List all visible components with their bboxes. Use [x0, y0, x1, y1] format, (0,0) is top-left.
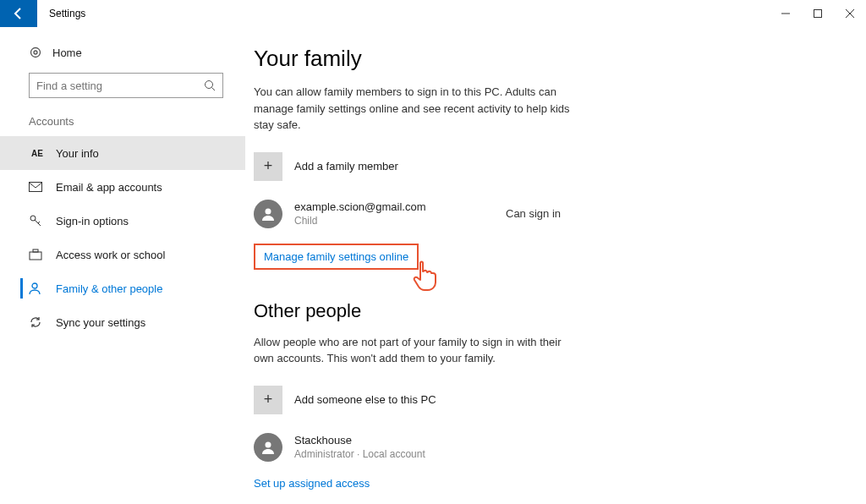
family-description: You can allow family members to sign in … — [254, 84, 575, 134]
nav-family-other-people[interactable]: Family & other people — [0, 271, 245, 305]
minimize-button[interactable] — [770, 0, 802, 27]
search-input[interactable] — [36, 79, 204, 92]
person-icon — [29, 282, 46, 295]
avatar-icon — [254, 200, 282, 228]
pointer-cursor-icon — [408, 256, 444, 292]
close-icon — [846, 9, 854, 18]
nav-sign-in-options[interactable]: Sign-in options — [0, 204, 245, 238]
svg-point-16 — [266, 441, 271, 447]
svg-line-10 — [35, 220, 41, 226]
maximize-icon — [814, 9, 822, 18]
maximize-button[interactable] — [802, 0, 834, 27]
nav-your-info[interactable]: AE Your info — [0, 136, 245, 170]
content-area: Home Accounts AE Your info Email & app a… — [0, 27, 866, 504]
search-icon — [204, 79, 216, 91]
nav-list: AE Your info Email & app accounts Sign-i… — [0, 136, 245, 339]
window-title: Settings — [49, 8, 85, 19]
home-label: Home — [52, 47, 82, 59]
other-people-heading: Other people — [254, 300, 832, 322]
search-box[interactable] — [29, 73, 223, 98]
svg-line-7 — [212, 88, 216, 91]
other-people-description: Allow people who are not part of your fa… — [254, 334, 575, 367]
account-info: Stackhouse Administrator · Local account — [294, 434, 506, 460]
nav-label: Access work or school — [56, 249, 165, 261]
window-controls — [770, 0, 866, 27]
avatar-icon — [254, 433, 282, 462]
svg-rect-12 — [30, 252, 41, 260]
nav-label: Email & app accounts — [56, 181, 162, 194]
minimize-icon — [781, 9, 790, 18]
main-pane: Your family You can allow family members… — [245, 27, 866, 504]
account-status: Can sign in — [506, 207, 561, 220]
add-family-member[interactable]: + Add a family member — [254, 152, 832, 181]
family-heading: Your family — [254, 46, 832, 72]
close-button[interactable] — [834, 0, 866, 27]
nav-email-accounts[interactable]: Email & app accounts — [0, 170, 245, 204]
svg-rect-1 — [814, 10, 822, 18]
svg-line-11 — [38, 222, 40, 223]
svg-point-6 — [206, 81, 213, 89]
svg-point-14 — [32, 283, 37, 288]
nav-label: Your info — [56, 147, 99, 160]
title-bar: Settings — [0, 0, 866, 27]
section-heading: Accounts — [0, 98, 245, 136]
arrow-left-icon — [12, 7, 25, 20]
account-info: example.scion@gmail.com Child — [294, 200, 506, 227]
add-family-label: Add a family member — [294, 160, 398, 173]
account-role: Administrator · Local account — [294, 448, 506, 460]
back-button[interactable] — [0, 0, 37, 27]
svg-point-4 — [31, 48, 41, 58]
svg-point-15 — [266, 208, 271, 214]
family-member-row[interactable]: example.scion@gmail.com Child Can sign i… — [254, 200, 832, 228]
nav-label: Family & other people — [56, 282, 162, 295]
svg-point-5 — [34, 51, 37, 54]
account-role: Child — [294, 215, 506, 227]
assigned-access-link[interactable]: Set up assigned access — [254, 477, 370, 490]
highlight-annotation: Manage family settings online — [254, 244, 419, 270]
user-card-icon: AE — [29, 149, 46, 158]
gear-icon — [29, 46, 42, 59]
add-other-user[interactable]: + Add someone else to this PC — [254, 386, 832, 414]
nav-access-work-school[interactable]: Access work or school — [0, 238, 245, 271]
account-name: Stackhouse — [294, 434, 506, 446]
other-user-row[interactable]: Stackhouse Administrator · Local account — [254, 433, 832, 462]
key-icon — [29, 214, 46, 227]
plus-icon: + — [254, 386, 282, 414]
nav-label: Sign-in options — [56, 215, 129, 227]
home-nav[interactable]: Home — [0, 46, 245, 73]
plus-icon: + — [254, 152, 282, 181]
nav-sync-settings[interactable]: Sync your settings — [0, 305, 245, 339]
sync-icon — [29, 315, 46, 329]
account-name: example.scion@gmail.com — [294, 200, 506, 213]
svg-rect-13 — [33, 249, 38, 252]
mail-icon — [29, 182, 46, 192]
briefcase-icon — [29, 249, 46, 260]
add-other-label: Add someone else to this PC — [294, 393, 436, 406]
manage-family-link[interactable]: Manage family settings online — [264, 250, 408, 263]
nav-label: Sync your settings — [56, 316, 145, 329]
svg-rect-8 — [30, 183, 42, 192]
sidebar: Home Accounts AE Your info Email & app a… — [0, 27, 245, 504]
